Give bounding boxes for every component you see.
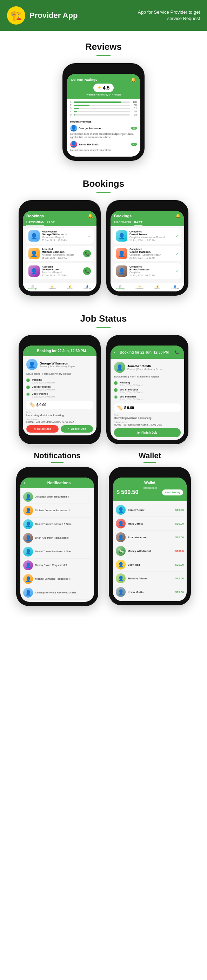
stars-breakdown: 1 108 2 35 3 12 4 08 5 03	[67, 99, 140, 119]
wallet-transaction-item: 👤 Scott Hall $26.00	[116, 558, 184, 572]
wallet-underline	[144, 462, 156, 463]
wallet-avatar: 👤	[116, 573, 126, 583]
step-dot-process-right	[114, 388, 117, 392]
job-underline	[96, 327, 111, 328]
job-back-icon[interactable]: ‹	[26, 348, 28, 353]
recent-reviews-label: Recent Reviews	[70, 120, 137, 123]
review-avatar: 👤	[70, 125, 77, 132]
notif-avatar: 👤	[23, 533, 33, 543]
booking-sub: Completed - Equipment Repair	[130, 253, 174, 256]
booking-name: George Williamson	[42, 233, 86, 236]
reject-icon: ✕	[34, 427, 36, 431]
star-bar-bg	[74, 108, 130, 109]
notif-screen: ‹ Notifications 👤 Jonathan Smith Request…	[21, 477, 94, 602]
notification-item[interactable]: 👤 Daniel Turner Reviewed 4 Star..	[23, 545, 91, 558]
notification-item[interactable]: 👤 Davisy Brown Requested !!	[23, 558, 91, 572]
notification-item[interactable]: 👤 Michael Johnson Requested !!	[23, 504, 91, 517]
nav-account[interactable]: 👤Account	[84, 285, 91, 290]
step-sub-pending-right: 5 Jun, 2024, 09:00 AM	[120, 384, 142, 387]
check-icon: ✓	[176, 234, 179, 238]
wallet-balance-row: $ 560.50 Send Money	[117, 489, 183, 495]
star-bar-bg	[74, 102, 130, 103]
booking-time: 12:30 PM	[145, 239, 155, 242]
notifications-underline	[51, 462, 63, 463]
bottom-sections: Notifications ‹ Notifications 👤 Jonathan…	[0, 451, 207, 617]
booking-datetime: 25 Jun, 2024 12:30 PM	[42, 239, 86, 242]
wallet-amount: $16.00	[175, 522, 184, 525]
job-back-icon-right[interactable]: ‹	[114, 350, 115, 355]
nav-account-right[interactable]: 👤Account	[171, 285, 179, 290]
booking-date: 22 Jun, 2024	[130, 257, 143, 259]
accept-job-button[interactable]: ✓ Accept Job	[61, 425, 93, 433]
nav-bookings[interactable]: 📋Bookings	[28, 285, 37, 290]
notification-item[interactable]: 👤 Christopher White Reviewed 5 Star..	[23, 586, 91, 600]
step-label-pending: Pending	[32, 378, 55, 381]
notif-text: Daniel Turner Reviewed 5 Star..	[35, 522, 72, 526]
notification-item[interactable]: 👤 Brian Anderson Requested !!	[23, 531, 91, 545]
step-dot-finished	[26, 393, 30, 396]
star-count: 12	[131, 107, 137, 110]
booking-avatar: 👤	[116, 248, 127, 259]
note-label-right: Note	[114, 414, 181, 417]
review-header-bar: Current Ratings 🔔 ★ 4.5 Average Reviews …	[67, 74, 140, 99]
wallet-item-name: Daniel Turner	[128, 508, 145, 512]
job-section-title: Job Status	[0, 303, 207, 327]
job-call-button[interactable]: 📞	[173, 348, 181, 356]
notification-item[interactable]: 👤 Michael Johnson Requested !!	[23, 572, 91, 586]
wallet-transaction-item: 👤 Kevin Martin $19.00	[116, 585, 184, 599]
booking-card-info: Completed Daniel Turner Completed - Main…	[130, 230, 174, 242]
wallet-avatar: 👤	[116, 587, 126, 597]
job-right-phone: ‹ Booking for 22 Jun, 12:30 PM 📞 👤 Jonat…	[106, 335, 188, 444]
tab-upcoming[interactable]: UPCOMING	[26, 221, 44, 226]
notif-screen-title: Notifications	[27, 481, 90, 485]
call-button[interactable]: 📞	[83, 267, 91, 275]
rate-icon-right: 🏷️	[117, 405, 123, 410]
star-bar-fill	[74, 105, 90, 106]
nav-wallet[interactable]: 💰Wallet	[67, 285, 72, 290]
job-step-finished-right: Job Finished 5 Jun, 2024, 09:00 AM	[114, 395, 181, 401]
send-money-button[interactable]: Send Money	[162, 490, 183, 495]
nav-bookings-right[interactable]: 📋Bookings	[116, 285, 125, 290]
tab-past[interactable]: PAST	[47, 221, 55, 226]
tab-past-right[interactable]: PAST	[134, 221, 142, 226]
notif-avatar: 👤	[23, 519, 33, 529]
notif-avatar: 👤	[23, 492, 33, 502]
avg-reviews-text: Average Reviews by 247 People	[71, 94, 136, 96]
job-right-title: Booking for 22 Jun, 12:30 PM	[117, 350, 171, 354]
star-count: 03	[131, 113, 137, 116]
notification-item[interactable]: 👤 Jonathan Smith Requested !!	[23, 490, 91, 504]
nav-wallet-right[interactable]: 💰Wallet	[154, 285, 160, 290]
wallet-balance-label: Total Balance	[117, 487, 183, 489]
wallet-item-info: Money Withdrawal	[128, 549, 151, 553]
reject-job-button[interactable]: ✕ Reject Job	[26, 425, 58, 433]
notif-avatar: 👤	[23, 588, 33, 598]
reviewer-name: George Anderson	[79, 127, 130, 130]
notif-avatar: 👤	[23, 506, 33, 515]
reviewer-rating: 4.5	[131, 143, 137, 146]
booking-right-body: 👤 Completed Daniel Turner Completed - Ma…	[111, 226, 184, 283]
notifications-title: Notifications	[16, 451, 98, 460]
booking-right-top: Bookings 🔔	[111, 211, 184, 218]
notification-item[interactable]: 👤 Daniel Turner Reviewed 5 Star..	[23, 517, 91, 531]
address-label-right: Job Address	[114, 421, 181, 423]
booking-card: 👤 Completed Brian Anderson Completed 25 …	[113, 263, 182, 279]
booking-status: Accepted	[42, 248, 81, 250]
nav-reviews-right[interactable]: ⭐Reviews	[136, 285, 144, 290]
nav-reviews[interactable]: ⭐Reviews	[48, 285, 56, 290]
wallet-item-info: Brian Anderson	[128, 536, 147, 539]
step-sub-process-right: 5 Jun, 2024, 09:00 AM	[120, 391, 142, 394]
note-value-right: Harvesting Machine not working	[114, 417, 181, 420]
step-sub-pending: 5 Jun, 2024, 09:00 AM	[32, 381, 55, 384]
booking-card: 👤 Accepted Michael Johnson Accepted - Em…	[25, 246, 94, 261]
notif-back-icon[interactable]: ‹	[24, 480, 25, 485]
call-button[interactable]: 📞	[83, 250, 91, 258]
star-count: 108	[131, 101, 137, 103]
app-title: Provider App	[30, 11, 77, 20]
tab-upcoming-right[interactable]: UPCOMING	[114, 221, 131, 226]
wallet-item-info: Scott Hall	[128, 563, 140, 566]
step-info-process: Job In Process 5 Jun, 2024, 09:00 AM	[32, 385, 55, 391]
wallet-amount: $15.00	[175, 577, 184, 580]
job-steps: Pending 5 Jun, 2024, 09:00 AM Job In Pro…	[26, 378, 93, 398]
finish-job-button[interactable]: ▶ Finish Job	[114, 428, 181, 437]
booking-card: 👤 Completed Daniel Turner Completed - Ma…	[113, 228, 182, 244]
